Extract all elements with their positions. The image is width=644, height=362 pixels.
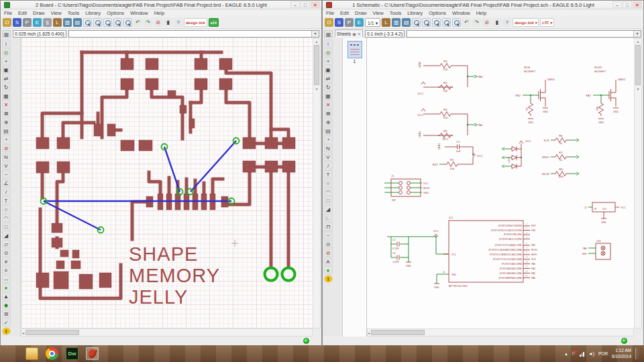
cut-icon[interactable]: ⊠ [2,109,11,117]
rotate-icon[interactable]: ↻ [324,83,333,91]
minimize-button[interactable]: – [612,1,622,8]
menu-edit[interactable]: Edit [340,10,349,16]
display-layers-icon[interactable]: ▤ [402,18,411,27]
move-icon[interactable]: + [324,57,333,65]
menu-draw[interactable]: Draw [33,10,45,16]
copy-icon[interactable]: ▣ [2,66,11,74]
vertical-scrollbar[interactable]: ▴▾ [313,38,321,328]
minimize-button[interactable]: – [290,1,300,8]
group-icon[interactable]: ▦ [324,92,333,100]
sheet-thumbnail[interactable] [347,41,362,58]
signal-icon[interactable]: ⊙ [2,249,11,257]
board-titlebar[interactable]: 2 Board - C:\Users\Tiago\Documents\eagle… [1,1,321,9]
chevron-down-icon[interactable]: ▾ [633,31,641,37]
rect-icon[interactable]: □ [2,223,11,231]
open-icon[interactable]: O [3,18,11,27]
group-icon[interactable]: ▦ [2,92,11,100]
close-icon[interactable]: ✕ [358,32,361,36]
rotate-icon[interactable]: ↻ [2,83,11,91]
attribute-icon[interactable]: A [324,257,333,265]
grid-button[interactable]: ▦ [324,30,333,38]
polygon-icon[interactable]: ◢ [2,231,11,239]
language-indicator[interactable]: POR [598,351,608,356]
sheet-select[interactable]: 1/1 ▾ [365,18,380,27]
polygon-icon[interactable]: ◢ [324,205,333,213]
arc-icon[interactable]: ◠ [324,188,333,196]
bus-icon[interactable]: ⊓ [324,223,333,231]
print-icon[interactable]: P [345,18,354,27]
net-icon[interactable]: ∟ [324,214,333,222]
miter-icon[interactable]: ∠ [2,179,11,187]
go-icon[interactable]: ▮ [164,18,172,27]
chrome-icon[interactable] [46,347,58,360]
arc-icon[interactable]: ◠ [2,214,11,222]
zoom-select-icon[interactable] [113,18,122,27]
menu-help[interactable]: Help [154,10,164,16]
clock[interactable]: 1:12 AM 6/10/2014 [612,348,631,359]
zoom-redraw-icon[interactable] [123,18,132,27]
info-icon[interactable]: i [2,40,11,48]
auto-icon[interactable]: ▲ [2,292,11,300]
horizontal-scrollbar[interactable]: ◂ [367,328,634,337]
menu-tools[interactable]: Tools [390,10,402,16]
zoom-out-icon[interactable] [103,18,112,27]
pin-icon[interactable]: ▣ [352,32,356,36]
name-icon[interactable]: N [324,144,333,152]
name-icon[interactable]: N [2,153,11,161]
text-icon[interactable]: T [324,170,333,178]
ltc-spice-badge[interactable]: LTC ▾ [540,18,554,27]
menu-tools[interactable]: Tools [68,10,80,16]
command-input[interactable]: ▾ [68,30,319,38]
display-layers-icon[interactable]: ▤ [73,18,82,27]
menu-library[interactable]: Library [407,10,423,16]
value-icon[interactable]: V [324,153,333,161]
menu-options[interactable]: Options [107,10,124,16]
zoom-in-icon[interactable] [422,18,431,27]
move-icon[interactable]: + [2,57,11,65]
zoom-out-icon[interactable] [432,18,441,27]
design-link-badge[interactable]: design link [184,18,207,27]
menu-view[interactable]: View [373,10,384,16]
board-canvas[interactable]: SHAPEMEMORYJELLY [21,38,313,328]
circle-icon[interactable]: ○ [2,205,11,213]
save-icon[interactable]: S [13,18,21,27]
route-icon[interactable]: ◆ [2,301,11,309]
gateswap-icon[interactable]: ◔ [324,135,333,143]
pinswap-icon[interactable]: ▤ [2,127,11,135]
info-icon[interactable]: i [324,40,333,48]
zoom-fit-icon[interactable] [83,18,92,27]
menu-file[interactable]: File [326,10,334,16]
menu-window[interactable]: Window [130,10,148,16]
cam-export-icon[interactable]: E [33,18,42,27]
menu-file[interactable]: File [4,10,12,16]
close-button[interactable]: ✕ [633,1,642,8]
undo-icon[interactable]: ↶ [462,18,471,27]
zoom-select-icon[interactable] [442,18,451,27]
zoom-fit-icon[interactable] [412,18,421,27]
pinswap-icon[interactable]: ▤ [324,127,333,135]
ripup-icon[interactable]: ⊞ [2,310,11,318]
element14-badge[interactable]: e14 [209,18,219,27]
invoke-icon[interactable]: ⊘ [324,249,333,257]
split-icon[interactable]: / [324,162,333,170]
hidden-icons-button[interactable]: ▴ [565,351,568,357]
redo-icon[interactable]: ↷ [144,18,152,27]
maximize-button[interactable]: □ [301,1,310,8]
lock-icon[interactable]: ⊘ [2,144,11,152]
vertical-scrollbar[interactable]: ▴▾ [634,38,642,328]
add-icon[interactable]: ⊕ [2,118,11,126]
horizontal-scrollbar[interactable]: ◂ [21,328,313,337]
undo-icon[interactable]: ↶ [133,18,142,27]
errors-icon[interactable]: ! [2,327,11,335]
network-icon[interactable] [580,351,584,357]
maximize-button[interactable]: □ [623,1,632,8]
menu-window[interactable]: Window [452,10,470,16]
chevron-down-icon[interactable]: ▾ [311,31,319,37]
print-icon[interactable]: P [23,18,32,27]
attribute-icon[interactable]: ≡ [2,266,11,274]
zoom-in-icon[interactable] [93,18,102,27]
rect-icon[interactable]: □ [324,196,333,204]
value-icon[interactable]: V [2,162,11,170]
stop-icon[interactable]: ⊘ [482,18,491,27]
text-icon[interactable]: T [2,196,11,204]
